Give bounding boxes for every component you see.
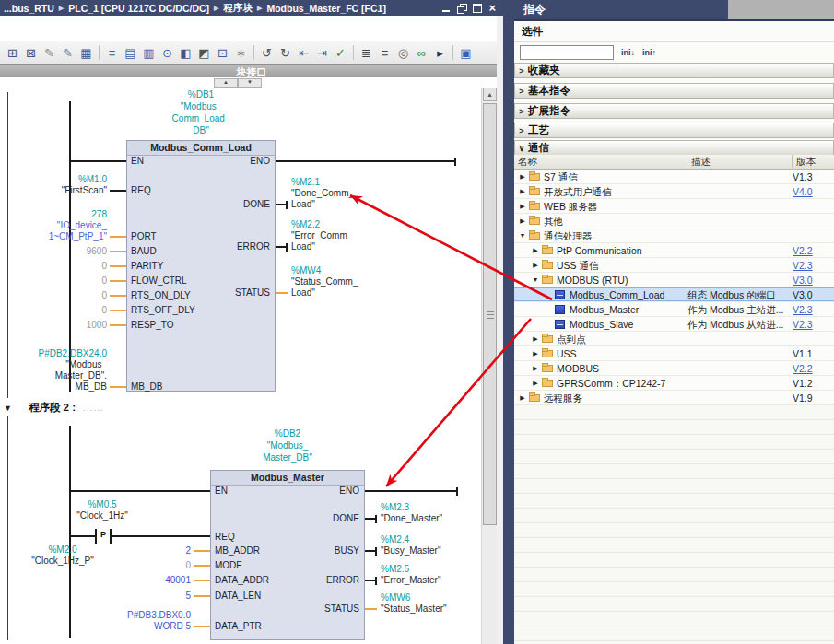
editor-layout-icon[interactable]: ▣ (457, 44, 475, 62)
operand[interactable]: %M2.3"Done_Master" (381, 502, 481, 524)
instance-db-reference[interactable]: %DB1"Modbus_Comm_Load_DB" (136, 88, 265, 136)
section-header-收藏夹[interactable]: >收藏夹 (514, 63, 834, 78)
column-header-description[interactable]: 描述 (687, 155, 793, 170)
rename-network-icon[interactable]: ✎ (41, 44, 58, 62)
instance-db-reference[interactable]: %DB2"Modbus_Master_DB" (223, 427, 352, 463)
search-up-icon[interactable]: ini↑ (642, 48, 656, 57)
operand[interactable]: 0 (62, 560, 191, 571)
column-header-name[interactable]: 名称 (514, 155, 687, 170)
minimize-icon[interactable] (441, 4, 452, 13)
consistency-check-icon[interactable]: ✓ (332, 44, 349, 62)
instruction-search-input[interactable] (520, 45, 614, 60)
operand[interactable]: 2 (62, 545, 191, 556)
section-header-通信[interactable]: ∨通信 (514, 140, 834, 156)
tree-row-其他[interactable]: ▶其他 (514, 214, 834, 228)
tree-row-MODBUS (RTU)[interactable]: ▼MODBUS (RTU)V3.0 (514, 273, 834, 287)
operand[interactable]: 9600 (0, 246, 107, 257)
breadcrumb-item[interactable]: 程序块 (224, 2, 253, 15)
download-icon[interactable]: ⇥ (313, 44, 331, 62)
version-link[interactable]: V3.0 (793, 273, 832, 287)
tree-row-点到点[interactable]: ▶点到点 (514, 332, 834, 346)
tree-row-WEB 服务器[interactable]: ▶WEB 服务器 (514, 199, 834, 214)
operand[interactable]: %M2.2"Error_Comm_Load" (291, 219, 411, 252)
tree-row-Modbus_Master[interactable]: Modbus_Master作为 Modbus 主站进...V2.3 (514, 302, 834, 317)
overflow-icon[interactable]: ▸ (431, 44, 449, 62)
tree-row-USS[interactable]: ▶USSV1.1 (514, 346, 834, 361)
operand[interactable]: %M2.1"Done_Comm_Load" (291, 177, 411, 210)
version-link[interactable]: V2.3 (793, 317, 832, 332)
search-down-icon[interactable]: ini↓ (621, 48, 635, 57)
network-view-icon[interactable]: ▥ (140, 44, 158, 62)
operand[interactable]: %M1.0"FirstScan" (0, 174, 107, 196)
version-link[interactable]: V2.3 (793, 302, 832, 317)
section-header-工艺[interactable]: >工艺 (514, 123, 834, 138)
contact-operand[interactable]: %M0.5 "Clock_1Hz" (56, 499, 148, 521)
expand-closed-icon[interactable]: ▶ (518, 199, 527, 214)
expand-open-icon[interactable]: ▼ (518, 228, 527, 243)
operand[interactable]: %M2.5"Error_Master" (381, 564, 481, 586)
sync-calls-icon[interactable]: ↻ (276, 44, 294, 62)
section-header-基本指令[interactable]: >基本指令 (514, 83, 834, 99)
close-icon[interactable]: × (488, 4, 496, 13)
absolute-operands-icon[interactable]: ≣ (358, 44, 375, 62)
expand-closed-icon[interactable]: ▶ (518, 170, 527, 184)
monitoring-icon[interactable]: ∞ (413, 44, 430, 62)
options-section-header[interactable]: 选件 (514, 21, 834, 42)
version-link[interactable]: V2.2 (793, 243, 832, 258)
tree-row-MODBUS[interactable]: ▶MODBUSV2.2 (514, 361, 834, 376)
version-link[interactable]: V2.3 (793, 258, 832, 273)
expand-open-icon[interactable]: ▼ (531, 273, 540, 287)
network2-header[interactable]: ▼ 程序段 2 : ...... (4, 401, 104, 415)
maximize-icon[interactable] (473, 4, 483, 13)
empty-box-icon[interactable]: ⊡ (214, 44, 231, 62)
breadcrumb-item[interactable]: Modbus_Master_FC [FC1] (266, 3, 386, 14)
operand[interactable]: 0 (0, 290, 107, 301)
tree-row-开放式用户通信[interactable]: ▶开放式用户通信V4.0 (514, 184, 834, 199)
breadcrumb-item[interactable]: PLC_1 [CPU 1217C DC/DC/DC] (68, 3, 209, 14)
tree-row-远程服务[interactable]: ▶远程服务V1.9 (514, 391, 834, 405)
tree-row-Modbus_Comm_Load[interactable]: Modbus_Comm_Load组态 Modbus 的端口V3.0 (514, 287, 834, 302)
expand-closed-icon[interactable]: ▶ (531, 258, 540, 273)
expand-closed-icon[interactable]: ▶ (531, 376, 540, 391)
upload-icon[interactable]: ⇤ (295, 44, 312, 62)
expand-closed-icon[interactable]: ▶ (531, 361, 540, 376)
collapse-networks-icon[interactable]: ▤ (122, 44, 139, 62)
tree-row-GPRSComm：CP1242-7[interactable]: ▶GPRSComm：CP1242-7V1.2 (514, 376, 834, 391)
positive-edge-contact[interactable]: P (96, 530, 111, 539)
editor-vertical-scrollbar[interactable]: ▲ (481, 88, 497, 644)
expand-closed-icon[interactable]: ▶ (518, 184, 527, 199)
tree-row-PtP Communication[interactable]: ▶PtP CommunicationV2.2 (514, 243, 834, 258)
expand-closed-icon[interactable]: ▶ (518, 214, 527, 228)
refresh-calls-icon[interactable]: ↺ (258, 44, 276, 62)
tree-row-S7 通信[interactable]: ▶S7 通信V1.3 (514, 170, 834, 184)
collapse-network-icon[interactable]: ▼ (4, 404, 12, 413)
splitter-down-button[interactable]: ▼ (238, 78, 262, 88)
breadcrumb-item[interactable]: ...bus_RTU (4, 3, 54, 14)
operand[interactable]: 0 (0, 261, 107, 272)
insert-network-icon[interactable]: ⊞ (4, 44, 21, 62)
block-interface-bar[interactable]: 块接口 (0, 64, 503, 78)
expand-closed-icon[interactable]: ▶ (518, 391, 527, 405)
operand[interactable]: 5 (62, 591, 191, 602)
expand-networks-icon[interactable]: ≡ (103, 44, 121, 62)
operand[interactable]: P#DB2.DBX24.0"Modbus_Master_DB".MB_DB (0, 348, 107, 392)
comment-icon[interactable]: ⊙ (159, 44, 176, 62)
insert-block-icon[interactable]: ▦ (77, 44, 95, 62)
panel-divider[interactable] (503, 0, 514, 644)
operand[interactable]: 278"IO_device_1~CM_PtP_1" (0, 209, 107, 242)
insert-box-up-icon[interactable]: ◧ (177, 44, 194, 62)
scroll-up-icon[interactable]: ▲ (483, 88, 497, 101)
scrollbar-thumb[interactable] (483, 103, 497, 525)
operand[interactable]: 0 (0, 305, 107, 316)
edit-properties-icon[interactable]: ✎ (59, 44, 76, 62)
operand[interactable]: 1000 (0, 320, 107, 331)
format-icon[interactable]: ∗ (232, 44, 250, 62)
version-link[interactable]: V4.0 (793, 184, 832, 199)
column-header-version[interactable]: 版本 (793, 155, 834, 170)
operand[interactable]: %M2.4"Busy_Master" (381, 534, 481, 556)
operand[interactable]: P#DB3.DBX0.0WORD 5 (62, 610, 191, 632)
tree-row-通信处理器[interactable]: ▼通信处理器 (514, 228, 834, 243)
display-format-icon[interactable]: ≡ (376, 44, 394, 62)
expand-closed-icon[interactable]: ▶ (531, 346, 540, 361)
insert-box-down-icon[interactable]: ◩ (195, 44, 213, 62)
